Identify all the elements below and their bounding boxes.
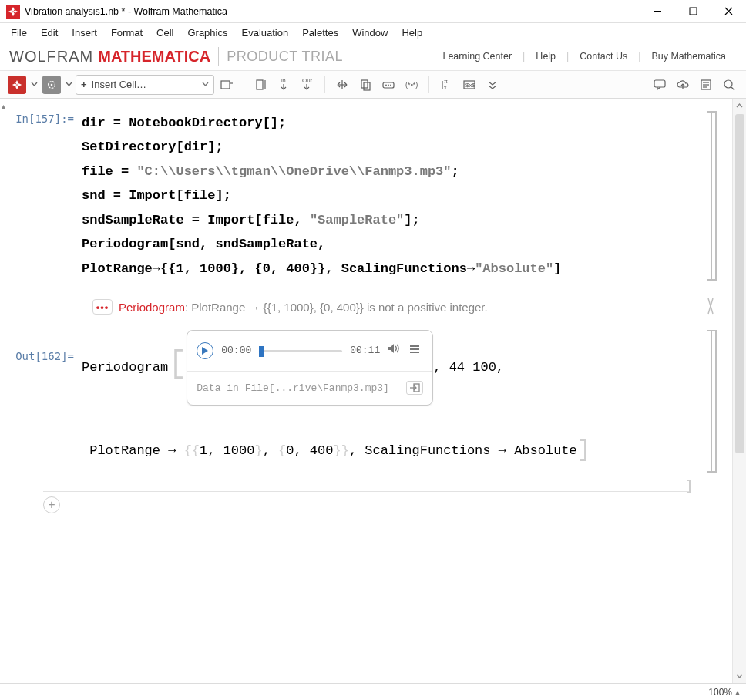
menu-graphics[interactable]: Graphics: [181, 25, 234, 40]
tok: , ScalingFunctions → Absolute: [349, 443, 577, 458]
tok: {: [184, 443, 192, 458]
play-button[interactable]: [197, 342, 213, 359]
tok: "Absolute": [475, 261, 553, 276]
audio-duration: 00:11: [350, 340, 380, 361]
new-cell-row[interactable]: +: [43, 491, 689, 513]
brand-bar: WOLFRAM MATHEMATICA PRODUCT TRIAL Learni…: [0, 42, 746, 71]
audio-track[interactable]: [259, 346, 342, 355]
svg-marker-9: [17, 83, 22, 86]
svg-rect-15: [257, 80, 263, 89]
tok: sndSampleRate: [82, 213, 184, 227]
docs-icon[interactable]: [695, 74, 717, 96]
evaluate-button[interactable]: [6, 74, 28, 96]
tok: ]: [577, 437, 591, 463]
message-icon[interactable]: •••: [92, 299, 113, 315]
tok: ScalingFunctions: [341, 261, 467, 276]
tok: =: [184, 213, 208, 227]
minimize-button[interactable]: [640, 0, 675, 23]
new-cell-button[interactable]: +: [43, 496, 60, 513]
audio-position-thumb[interactable]: [259, 346, 264, 357]
cloud-icon[interactable]: [672, 74, 694, 96]
tok: {{1, 1000}, {0, 400}}: [160, 261, 325, 276]
insert-cell-dropdown[interactable]: + Insert Cell…: [76, 75, 214, 95]
menu-format[interactable]: Format: [105, 25, 149, 40]
notebook[interactable]: In[157]:= dir = NotebookDirectory[]; Set…: [0, 99, 732, 683]
svg-point-40: [724, 80, 732, 88]
tok: ,: [318, 237, 325, 251]
menu-palettes[interactable]: Palettes: [296, 25, 344, 40]
out-arrow-button[interactable]: Out: [297, 74, 318, 96]
audio-menu-icon[interactable]: [409, 337, 423, 365]
svg-marker-3: [8, 10, 13, 13]
convert-cell-button[interactable]: [216, 74, 237, 96]
cell-bracket[interactable]: [701, 111, 720, 281]
scroll-up-icon[interactable]: [733, 99, 746, 113]
svg-marker-45: [388, 344, 394, 353]
chat-icon[interactable]: [649, 74, 670, 96]
expand-chevron-button[interactable]: [482, 74, 503, 96]
tok: ,: [263, 443, 278, 458]
cell-bracket[interactable]: [701, 330, 720, 473]
tok: =: [113, 164, 137, 179]
svg-marker-8: [15, 79, 18, 84]
svg-line-41: [731, 87, 734, 90]
menu-file[interactable]: File: [5, 25, 33, 40]
svg-text:(*▪*): (*▪*): [405, 81, 418, 89]
svg-marker-1: [13, 10, 18, 13]
link-help[interactable]: Help: [525, 51, 566, 62]
scroll-down-icon[interactable]: [733, 669, 746, 683]
tok: Import: [207, 213, 254, 227]
more-icon-button[interactable]: [378, 74, 399, 96]
divider: [324, 76, 325, 93]
tok: ];: [215, 188, 230, 203]
tok: file: [82, 164, 113, 179]
tok: }: [254, 443, 262, 458]
svg-text:$x$: $x$: [465, 82, 475, 89]
cursor-tool-button[interactable]: [331, 74, 353, 96]
maximize-button[interactable]: [675, 0, 711, 23]
copy-button[interactable]: [355, 74, 376, 96]
link-learning-center[interactable]: Learning Center: [432, 51, 523, 62]
message-cell: ••• Periodogram: PlotRange → {{1, 1000},…: [12, 299, 720, 315]
in-arrow-button[interactable]: In: [274, 74, 295, 96]
tok: }: [333, 443, 341, 458]
comment-code-button[interactable]: (*▪*): [401, 74, 422, 96]
menu-edit[interactable]: Edit: [35, 25, 64, 40]
special-char-button[interactable]: $x$: [459, 74, 480, 96]
menu-evaluation[interactable]: Evaluation: [235, 25, 294, 40]
menu-insert[interactable]: Insert: [66, 25, 103, 40]
close-button[interactable]: [711, 0, 746, 23]
menu-window[interactable]: Window: [346, 25, 394, 40]
menu-cell[interactable]: Cell: [150, 25, 180, 40]
link-contact-us[interactable]: Contact Us: [569, 51, 638, 62]
zoom-level[interactable]: 100%: [708, 687, 732, 698]
abort-button[interactable]: [41, 74, 62, 96]
audio-file-label: Data in File[...rive\Fanmp3.mp3]: [197, 378, 389, 399]
search-icon[interactable]: [718, 74, 740, 96]
volume-icon[interactable]: [388, 337, 402, 365]
vertical-scrollbar[interactable]: [732, 99, 746, 683]
output-cell[interactable]: Out[162]= Periodogram [ 00:00: [12, 330, 720, 473]
brand-sep: [218, 47, 219, 66]
tex-input-button[interactable]: πx: [435, 74, 457, 96]
scroll-thumb[interactable]: [735, 114, 744, 453]
menu-help[interactable]: Help: [395, 25, 428, 40]
evaluate-menu-chevron[interactable]: [29, 81, 39, 88]
audio-export-icon[interactable]: [406, 381, 423, 395]
link-buy[interactable]: Buy Mathematica: [640, 51, 737, 62]
svg-point-13: [51, 83, 53, 86]
tok: 1, 1000: [200, 443, 254, 458]
tok: =: [106, 116, 129, 130]
abort-menu-chevron[interactable]: [63, 81, 74, 88]
menu-bar: File Edit Insert Format Cell Graphics Ev…: [0, 23, 746, 42]
input-code[interactable]: dir = NotebookDirectory[]; SetDirectory[…: [82, 111, 701, 281]
zoom-chevron-icon[interactable]: ▴: [735, 687, 740, 698]
input-cell[interactable]: In[157]:= dir = NotebookDirectory[]; Set…: [12, 111, 720, 281]
divider: [428, 76, 429, 93]
svg-rect-14: [221, 81, 230, 89]
tok: ]: [553, 261, 561, 276]
tok: Import: [129, 188, 176, 203]
tok: SetDirectory: [82, 140, 176, 154]
tok: file: [184, 188, 216, 203]
iconize-button[interactable]: [250, 74, 272, 96]
